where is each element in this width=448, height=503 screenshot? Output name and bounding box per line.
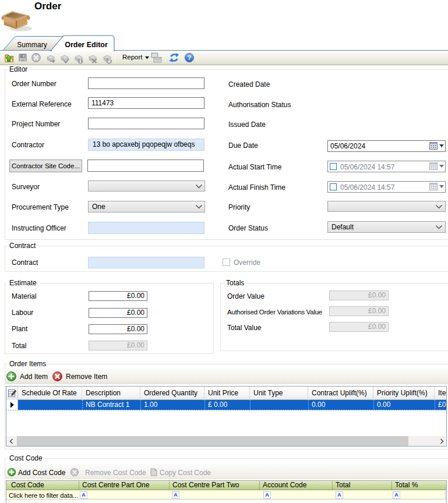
svg-text:Order Editor: Order Editor (65, 41, 108, 49)
svg-text:Summary: Summary (17, 41, 47, 49)
svg-text:?: ? (187, 54, 191, 61)
